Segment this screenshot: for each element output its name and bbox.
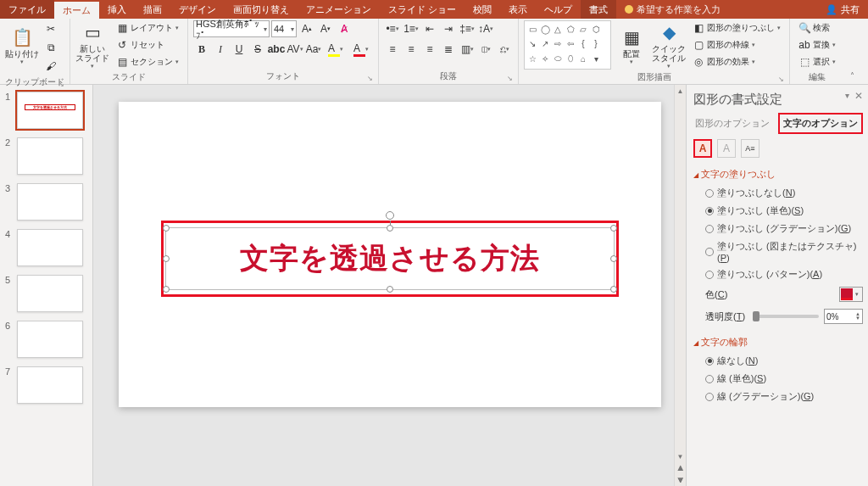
tab-home[interactable]: ホーム: [54, 0, 99, 19]
thumb-1[interactable]: 1文字を透過させる方法: [0, 90, 92, 136]
tab-animations[interactable]: アニメーション: [298, 0, 380, 19]
format-painter-button[interactable]: 🖌: [42, 58, 59, 75]
grow-font-button[interactable]: A▴: [298, 20, 315, 37]
tab-insert[interactable]: 挿入: [99, 0, 135, 19]
char-spacing-button[interactable]: AV▾: [287, 41, 303, 58]
tab-draw[interactable]: 描画: [135, 0, 170, 19]
textbox-text[interactable]: 文字を透過させる方法: [240, 239, 540, 278]
bullets-button[interactable]: •≡▾: [384, 20, 401, 37]
text-fill-outline-tab[interactable]: A: [693, 139, 712, 158]
new-slide-button[interactable]: ▭ 新しい スライド ▾: [75, 20, 109, 70]
thumb-7[interactable]: 7: [0, 365, 92, 411]
handle-br[interactable]: [610, 286, 617, 293]
textbox-tab[interactable]: A≡: [741, 139, 760, 158]
align-left-button[interactable]: ≡: [384, 41, 401, 58]
align-center-button[interactable]: ≡: [403, 41, 420, 58]
bold-button[interactable]: B: [193, 41, 210, 58]
fill-none-radio[interactable]: 塗りつぶしなし(N): [693, 184, 868, 202]
clear-format-button[interactable]: A̷: [336, 20, 353, 37]
find-button[interactable]: 🔍検索: [795, 20, 839, 36]
scroll-down-button[interactable]: ▼: [675, 450, 686, 462]
line-gradient-radio[interactable]: 線 (グラデーション)(G): [693, 388, 868, 405]
tab-format[interactable]: 書式: [581, 0, 616, 19]
shape-outline-button[interactable]: ▢図形の枠線▾: [689, 37, 784, 53]
handle-tc[interactable]: [387, 225, 393, 232]
handle-bc[interactable]: [387, 286, 393, 293]
tab-review[interactable]: 校閲: [465, 0, 500, 19]
textbox-shape[interactable]: 文字を透過させる方法: [165, 227, 615, 290]
tab-view[interactable]: 表示: [500, 0, 536, 19]
tab-file[interactable]: ファイル: [0, 0, 54, 19]
line-spacing-button[interactable]: ‡≡▾: [459, 20, 476, 37]
copy-button[interactable]: ⧉: [42, 39, 59, 56]
transparency-slider[interactable]: [753, 315, 819, 318]
cut-button[interactable]: ✂: [42, 20, 59, 37]
highlight-button[interactable]: A▾: [324, 41, 348, 58]
indent-button[interactable]: ⇥: [440, 20, 457, 37]
tab-design[interactable]: デザイン: [170, 0, 225, 19]
fill-picture-radio[interactable]: 塗りつぶし (図またはテクスチャ)(P): [693, 237, 868, 265]
editor-scrollbar[interactable]: ▲ ▼ ⯅ ⯆: [674, 85, 686, 486]
shape-fill-button[interactable]: ◧図形の塗りつぶし▾: [689, 20, 784, 36]
tab-help[interactable]: ヘルプ: [536, 0, 581, 19]
prev-slide-button[interactable]: ⯅: [675, 462, 686, 474]
pane-tab-text-options[interactable]: 文字のオプション: [778, 113, 863, 134]
reset-button[interactable]: ↺リセット: [113, 37, 182, 53]
next-slide-button[interactable]: ⯆: [675, 474, 686, 486]
thumb-2[interactable]: 2: [0, 136, 92, 182]
thumb-3[interactable]: 3: [0, 182, 92, 227]
italic-button[interactable]: I: [212, 41, 229, 58]
font-size-combo[interactable]: 44▾: [271, 20, 297, 37]
section-text-fill[interactable]: 文字の塗りつぶし: [693, 165, 868, 184]
underline-button[interactable]: U: [231, 41, 248, 58]
thumb-5[interactable]: 5: [0, 273, 92, 319]
tell-me[interactable]: 希望する作業を入力: [625, 3, 721, 16]
text-color-picker[interactable]: ▾: [839, 287, 863, 302]
shapes-gallery[interactable]: ▭◯△⬠▱⬡ ↘↗⇨⇦{} ☆✧⬭⬯⌂▾: [524, 20, 611, 70]
slide-canvas[interactable]: 文字を透過させる方法: [119, 102, 661, 407]
text-effects-tab[interactable]: A: [717, 139, 736, 158]
handle-ml[interactable]: [163, 255, 170, 262]
collapse-ribbon-button[interactable]: ˄: [850, 71, 854, 81]
shape-effects-button[interactable]: ◎図形の効果▾: [689, 54, 784, 70]
arrange-button[interactable]: ▦ 配置▾: [615, 20, 648, 70]
select-button[interactable]: ⬚選択▾: [795, 54, 839, 70]
transparency-input[interactable]: 0%▲▼: [824, 309, 863, 324]
layout-button[interactable]: ▦レイアウト▾: [113, 20, 182, 36]
share-button[interactable]: 👤 共有: [817, 3, 868, 16]
fill-pattern-radio[interactable]: 塗りつぶし (パターン)(A): [693, 265, 868, 283]
thumb-6[interactable]: 6: [0, 319, 92, 365]
tab-slideshow[interactable]: スライド ショー: [380, 0, 465, 19]
fill-solid-radio[interactable]: 塗りつぶし (単色)(S): [693, 202, 868, 220]
align-text-button[interactable]: ⎅▾: [477, 41, 494, 58]
handle-tl[interactable]: [163, 225, 170, 232]
align-right-button[interactable]: ≡: [421, 41, 438, 58]
section-text-outline[interactable]: 文字の輪郭: [693, 332, 868, 352]
thumb-4[interactable]: 4: [0, 227, 92, 273]
shrink-font-button[interactable]: A▾: [317, 20, 334, 37]
slide-editor[interactable]: 文字を透過させる方法 ▲ ▼ ⯅ ⯆: [93, 85, 686, 486]
smartart-button[interactable]: ⎌▾: [496, 41, 513, 58]
quick-styles-button[interactable]: ◆ クイック スタイル▾: [652, 20, 686, 70]
pane-menu-button[interactable]: ▾: [845, 91, 849, 100]
clipboard-launcher[interactable]: ↘: [58, 81, 64, 88]
scroll-up-button[interactable]: ▲: [675, 85, 686, 97]
line-none-radio[interactable]: 線なし(N): [693, 352, 868, 370]
columns-button[interactable]: ▥▾: [459, 41, 476, 58]
outdent-button[interactable]: ⇤: [421, 20, 438, 37]
fill-gradient-radio[interactable]: 塗りつぶし (グラデーション)(G): [693, 220, 868, 237]
change-case-button[interactable]: Aa▾: [305, 41, 322, 58]
handle-mr[interactable]: [610, 255, 617, 262]
numbering-button[interactable]: 1≡▾: [403, 20, 420, 37]
tab-transitions[interactable]: 画面切り替え: [225, 0, 298, 19]
line-solid-radio[interactable]: 線 (単色)(S): [693, 370, 868, 388]
drawing-launcher[interactable]: ↘: [778, 75, 784, 83]
pane-tab-shape-options[interactable]: 図形のオプション: [693, 115, 771, 131]
handle-tr[interactable]: [610, 225, 617, 232]
strike-button[interactable]: S: [249, 41, 266, 58]
replace-button[interactable]: ab置換▾: [795, 37, 839, 53]
paragraph-launcher[interactable]: ↘: [507, 75, 513, 82]
section-button[interactable]: ▤セクション▾: [113, 54, 182, 70]
text-direction-button[interactable]: ↕A▾: [477, 20, 494, 37]
font-name-combo[interactable]: HGS創英角ﾎﾟｯﾌﾟ▾: [193, 20, 270, 37]
